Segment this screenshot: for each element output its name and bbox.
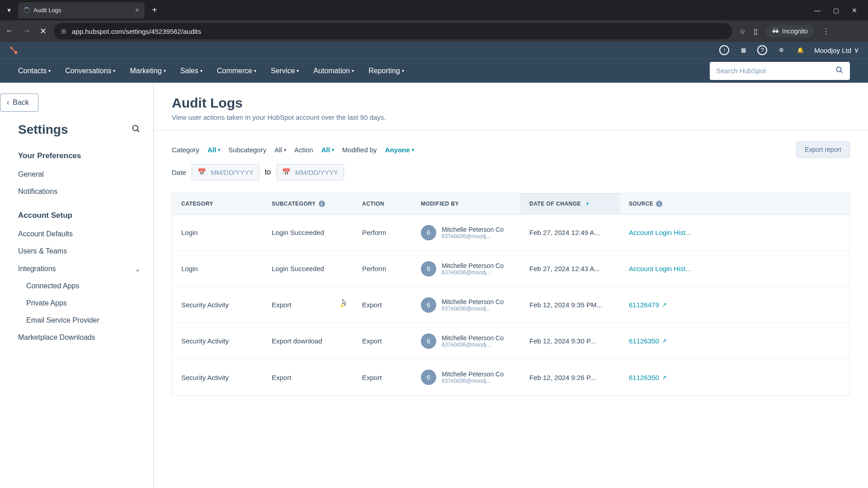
settings-heading: Settings (18, 122, 68, 137)
external-link-icon: ↗ (662, 301, 667, 308)
bookmark-star-icon[interactable]: ☆ (739, 27, 745, 36)
source-link[interactable]: Account Login Hist... (629, 229, 706, 236)
table-row[interactable]: Security ActivityExportExport6Mitchelle … (172, 359, 849, 395)
avatar: 6 (421, 333, 436, 349)
source-link[interactable]: 61126350↗ (629, 374, 706, 381)
window-controls: — ▢ ✕ (814, 7, 864, 14)
back-button[interactable]: ‹ Back (0, 94, 38, 112)
th-action[interactable]: ACTION (353, 193, 412, 214)
browser-tab[interactable]: Audit Logs × (18, 2, 145, 19)
calendar-icon: 📅 (198, 168, 206, 176)
sidebar-link[interactable]: Integrations⌃ (0, 260, 153, 277)
nav-item-reporting[interactable]: Reporting (368, 67, 404, 75)
user-email: 637e0d36@moodj... (442, 305, 504, 312)
th-subcategory[interactable]: SUBCATEGORY i (263, 193, 353, 214)
cell-category: Security Activity (172, 366, 263, 389)
date-filter-row: Date 📅 MM/DD/YYYY to 📅 MM/DD/YYYY (172, 164, 850, 180)
settings-gear-icon[interactable]: ⚙ (776, 45, 786, 55)
tab-title: Audit Logs (33, 7, 61, 14)
org-switcher[interactable]: Moodjoy Ltd ∨ (814, 46, 859, 54)
filter-subcategory-label: Subcategory (228, 146, 266, 154)
table-row[interactable]: LoginLogin SucceededPerform6Mitchelle Pe… (172, 251, 849, 287)
maximize-button[interactable]: ▢ (833, 7, 839, 14)
search-input[interactable] (716, 67, 830, 75)
info-icon[interactable]: i (656, 201, 662, 207)
back-arrow-icon[interactable]: ← (5, 26, 14, 36)
browser-menu-icon[interactable]: ⋮ (822, 27, 830, 36)
cell-modifiedby: 6Mitchelle Peterson Co637e0d36@moodj... (412, 217, 520, 249)
sidebar-link-label: Private Apps (26, 299, 67, 307)
filter-action-value[interactable]: All (321, 146, 334, 154)
nav-item-marketing[interactable]: Marketing (130, 67, 165, 75)
tab-list-dropdown[interactable]: ▾ (4, 6, 14, 14)
filter-date-label: Date (172, 169, 186, 176)
source-link[interactable]: 61126350↗ (629, 337, 706, 345)
global-search[interactable] (710, 62, 850, 80)
sidebar-link[interactable]: Notifications (0, 183, 153, 200)
th-modifiedby[interactable]: MODIFIED BY (412, 193, 520, 214)
info-icon[interactable]: i (319, 201, 325, 207)
source-link[interactable]: Account Login Hist... (629, 265, 706, 272)
site-info-icon[interactable]: ⊞ (61, 28, 66, 35)
table-row[interactable]: LoginLogin SucceededPerform6Mitchelle Pe… (172, 215, 849, 251)
stop-reload-icon[interactable]: ✕ (40, 26, 47, 36)
sidebar-link[interactable]: General (0, 166, 153, 183)
nav-item-sales[interactable]: Sales (180, 67, 203, 75)
cell-date: Feb 12, 2024 9:35 PM... (520, 293, 620, 317)
date-to-input[interactable]: 📅 MM/DD/YYYY (276, 164, 344, 180)
sidebar-link[interactable]: Account Defaults (0, 225, 153, 243)
nav-item-commerce[interactable]: Commerce (217, 67, 256, 75)
svg-line-2 (12, 49, 15, 52)
cell-subcategory: Login Succeeded (263, 257, 353, 281)
sidebar-link[interactable]: Connected Apps (0, 277, 153, 295)
close-tab-icon[interactable]: × (135, 6, 139, 14)
cell-action: Perform (353, 257, 412, 281)
table-row[interactable]: Security ActivityExport downloadExport6M… (172, 323, 849, 359)
sidebar-link[interactable]: Users & Teams (0, 243, 153, 260)
sidebar-link[interactable]: Private Apps (0, 295, 153, 312)
svg-point-5 (133, 125, 138, 131)
forward-arrow-icon[interactable]: → (23, 26, 31, 36)
avatar: 6 (421, 370, 436, 385)
url-bar[interactable]: ⊞ app.hubspot.com/settings/45239562/audi… (54, 23, 732, 39)
close-window-button[interactable]: ✕ (852, 7, 857, 14)
export-report-button[interactable]: Export report (796, 141, 850, 158)
hubspot-logo-icon[interactable] (9, 46, 18, 55)
svg-point-1 (14, 51, 18, 54)
table-row[interactable]: Security ActivityExportExport6Mitchelle … (172, 287, 849, 323)
notifications-bell-icon[interactable]: 🔔 (795, 45, 805, 55)
th-date[interactable]: DATE OF CHANGE (520, 193, 620, 214)
th-source[interactable]: SOURCE i (620, 193, 715, 214)
sidebar-link[interactable]: Email Service Provider (0, 312, 153, 329)
side-panel-icon[interactable]: ▯ (754, 27, 758, 36)
settings-search-icon[interactable] (132, 124, 141, 136)
incognito-badge[interactable]: 🕶 Incognito (766, 25, 814, 38)
app-topbar: ↑ ▦ ? ⚙ 🔔 Moodjoy Ltd ∨ (0, 42, 868, 58)
section-header: Your Preferences (0, 141, 153, 166)
help-icon[interactable]: ? (757, 45, 767, 55)
nav-item-automation[interactable]: Automation (313, 67, 354, 75)
browser-tab-strip: ▾ Audit Logs × + — ▢ ✕ (0, 0, 868, 20)
filter-category-value[interactable]: All (208, 146, 220, 154)
svg-point-3 (836, 67, 841, 72)
cell-action: Perform (353, 221, 412, 244)
nav-item-service[interactable]: Service (271, 67, 299, 75)
nav-item-contacts[interactable]: Contacts (18, 67, 51, 75)
user-email: 637e0d36@moodj... (442, 269, 504, 276)
source-link[interactable]: 61126479↗ (629, 301, 706, 309)
date-from-input[interactable]: 📅 MM/DD/YYYY (192, 164, 259, 180)
sidebar-link[interactable]: Marketplace Downloads (0, 329, 153, 346)
th-category[interactable]: CATEGORY (172, 193, 263, 214)
marketplace-icon[interactable]: ▦ (738, 45, 748, 55)
new-tab-button[interactable]: + (152, 5, 157, 15)
upgrade-icon[interactable]: ↑ (719, 45, 729, 55)
nav-item-conversations[interactable]: Conversations (65, 67, 115, 75)
search-icon[interactable] (835, 66, 844, 76)
cell-source: 61126350↗ (620, 329, 715, 353)
sidebar-link-label: Users & Teams (18, 247, 67, 255)
cell-source: 61126479↗ (620, 293, 715, 317)
filter-subcategory-value[interactable]: All (274, 146, 286, 154)
minimize-button[interactable]: — (814, 7, 821, 14)
cell-source: Account Login Hist... (620, 221, 715, 244)
filter-modifiedby-value[interactable]: Anyone (385, 146, 414, 154)
